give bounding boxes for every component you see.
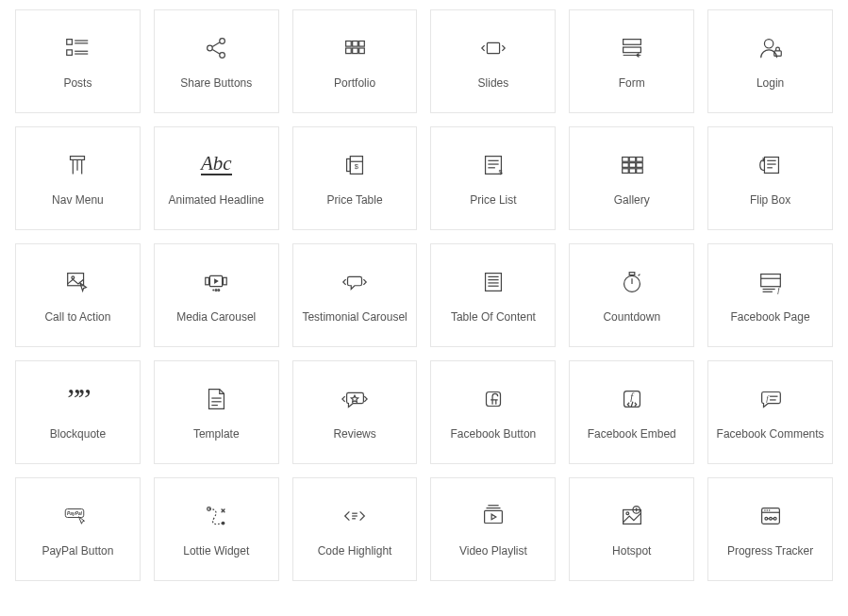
- portfolio-icon: [341, 34, 369, 62]
- widget-call-to-action[interactable]: Call to Action: [15, 243, 141, 347]
- widget-lottie-widget[interactable]: Lottie Widget: [154, 477, 279, 581]
- widget-label: Reviews: [333, 427, 375, 441]
- widget-paypal-button[interactable]: PayPalPayPal Button: [15, 477, 141, 581]
- widget-icon: [201, 33, 231, 63]
- lottie-widget-icon: [202, 502, 230, 530]
- facebook-page-icon: [757, 268, 785, 296]
- widget-icon: [201, 267, 231, 297]
- widget-flip-box[interactable]: Flip Box: [707, 126, 833, 230]
- price-table-icon: [341, 151, 369, 179]
- widget-facebook-page[interactable]: Facebook Page: [707, 243, 833, 347]
- widget-slides[interactable]: Slides: [430, 9, 556, 113]
- widget-facebook-button[interactable]: Facebook Button: [430, 360, 556, 464]
- flip-box-icon: [757, 151, 785, 179]
- widget-icon: [340, 33, 370, 63]
- widget-icon: [617, 384, 647, 414]
- widget-icon: [617, 33, 647, 63]
- widget-label: Media Carousel: [176, 310, 256, 324]
- widget-icon: [478, 501, 508, 531]
- widget-icon: PayPal: [62, 501, 92, 531]
- hotspot-icon: [618, 502, 646, 530]
- widget-share-buttons[interactable]: Share Buttons: [154, 9, 279, 113]
- widget-label: Facebook Button: [451, 427, 537, 441]
- widget-video-playlist[interactable]: Video Playlist: [430, 477, 556, 581]
- widget-portfolio[interactable]: Portfolio: [292, 9, 418, 113]
- widget-icon: [62, 33, 92, 63]
- widget-media-carousel[interactable]: Media Carousel: [154, 243, 279, 347]
- widget-icon: [62, 150, 92, 180]
- widget-login[interactable]: Login: [707, 9, 833, 113]
- widget-icon: [478, 384, 508, 414]
- widget-progress-tracker[interactable]: Progress Tracker: [707, 477, 833, 581]
- gallery-icon: [618, 151, 646, 179]
- widget-icon: [478, 267, 508, 297]
- widget-facebook-embed[interactable]: Facebook Embed: [569, 360, 694, 464]
- widget-facebook-comments[interactable]: Facebook Comments: [707, 360, 833, 464]
- widget-blockquote[interactable]: ””Blockquote: [15, 360, 141, 464]
- animated-headline-icon: Abc: [201, 154, 232, 175]
- widget-label: Gallery: [614, 193, 650, 207]
- paypal-button-icon: PayPal: [63, 502, 91, 530]
- widget-icon: [62, 267, 92, 297]
- widget-icon: [340, 384, 370, 414]
- widget-grid: PostsShare ButtonsPortfolioSlidesFormLog…: [15, 9, 833, 581]
- reviews-icon: [341, 385, 369, 413]
- price-list-icon: [479, 151, 507, 179]
- widget-price-table[interactable]: Price Table: [292, 126, 418, 230]
- widget-label: Nav Menu: [52, 193, 104, 207]
- posts-icon: [63, 34, 91, 62]
- widget-icon: [617, 501, 647, 531]
- blockquote-icon: ””: [67, 391, 88, 407]
- widget-price-list[interactable]: Price List: [430, 126, 556, 230]
- widget-template[interactable]: Template: [154, 360, 279, 464]
- video-playlist-icon: [479, 502, 507, 530]
- widget-icon: [340, 267, 370, 297]
- widget-label: Lottie Widget: [183, 544, 249, 558]
- share-icon: [202, 34, 230, 62]
- media-carousel-icon: [202, 268, 230, 296]
- widget-animated-headline[interactable]: AbcAnimated Headline: [154, 126, 279, 230]
- widget-icon: [756, 267, 786, 297]
- widget-label: Call to Action: [44, 310, 110, 324]
- login-icon: [757, 34, 785, 62]
- widget-label: Form: [619, 76, 645, 90]
- widget-label: Hotspot: [612, 544, 651, 558]
- widget-label: Share Buttons: [180, 76, 252, 90]
- widget-label: Animated Headline: [169, 193, 264, 207]
- widget-icon: [478, 33, 508, 63]
- call-to-action-icon: [63, 268, 91, 296]
- widget-reviews[interactable]: Reviews: [292, 360, 418, 464]
- widget-label: Code Highlight: [318, 544, 392, 558]
- widget-label: Flip Box: [750, 193, 790, 207]
- widget-icon: Abc: [201, 150, 231, 180]
- widget-label: Facebook Embed: [588, 427, 676, 441]
- svg-text:PayPal: PayPal: [67, 510, 83, 515]
- widget-code-highlight[interactable]: Code Highlight: [292, 477, 418, 581]
- widget-icon: [756, 384, 786, 414]
- widget-testimonial-carousel[interactable]: Testimonial Carousel: [292, 243, 418, 347]
- widget-icon: [756, 33, 786, 63]
- widget-nav-menu[interactable]: Nav Menu: [15, 126, 141, 230]
- widget-label: Countdown: [603, 310, 660, 324]
- widget-form[interactable]: Form: [569, 9, 694, 113]
- widget-label: Facebook Comments: [717, 427, 824, 441]
- nav-menu-icon: [63, 151, 91, 179]
- widget-label: Portfolio: [334, 76, 375, 90]
- widget-label: Blockquote: [50, 427, 106, 441]
- widget-label: Progress Tracker: [727, 544, 813, 558]
- widget-table-of-content[interactable]: Table Of Content: [430, 243, 556, 347]
- widget-gallery[interactable]: Gallery: [569, 126, 694, 230]
- widget-label: Posts: [63, 76, 91, 90]
- widget-countdown[interactable]: Countdown: [569, 243, 694, 347]
- widget-icon: [201, 384, 231, 414]
- widget-posts[interactable]: Posts: [15, 9, 141, 113]
- facebook-comments-icon: [757, 385, 785, 413]
- widget-label: PayPal Button: [42, 544, 113, 558]
- progress-tracker-icon: [757, 502, 785, 530]
- template-icon: [202, 385, 230, 413]
- widget-label: Template: [193, 427, 240, 441]
- widget-icon: [340, 150, 370, 180]
- facebook-button-icon: [479, 385, 507, 413]
- widget-icon: ””: [62, 384, 92, 414]
- widget-hotspot[interactable]: Hotspot: [569, 477, 694, 581]
